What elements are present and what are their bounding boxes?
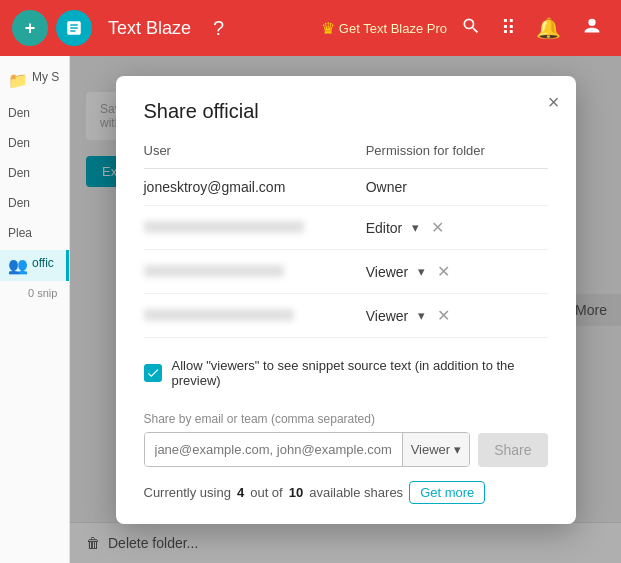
user-email-2 bbox=[144, 206, 366, 250]
allow-viewers-checkbox[interactable] bbox=[144, 364, 162, 382]
permission-cell-3: Viewer ▾ ✕ bbox=[366, 260, 548, 283]
user-email-3 bbox=[144, 250, 366, 294]
pro-banner[interactable]: ♛ Get Text Blaze Pro bbox=[321, 19, 447, 38]
user-email-4 bbox=[144, 294, 366, 338]
remove-user-4[interactable]: ✕ bbox=[435, 304, 452, 327]
sidebar-item-official[interactable]: 👥 offic bbox=[0, 250, 69, 281]
checkbox-label: Allow "viewers" to see snippet source te… bbox=[172, 358, 548, 388]
modal-overlay: Share official × User Permission for fol… bbox=[70, 56, 621, 563]
folder-icon: 📁 bbox=[8, 71, 28, 90]
add-button[interactable]: + bbox=[12, 10, 48, 46]
user-email-1: jonesktroy@gmail.com bbox=[144, 169, 366, 206]
table-row: Editor ▾ ✕ bbox=[144, 206, 548, 250]
share-input-section: Share by email or team (comma separated)… bbox=[144, 412, 548, 467]
remove-user-3[interactable]: ✕ bbox=[435, 260, 452, 283]
usage-row: Currently using 4 out of 10 available sh… bbox=[144, 481, 548, 504]
dropdown-chevron-icon: ▾ bbox=[454, 442, 461, 457]
permission-dropdown-4[interactable]: ▾ bbox=[414, 306, 429, 325]
share-email-input[interactable] bbox=[145, 433, 402, 466]
topbar: + Text Blaze ? ♛ Get Text Blaze Pro ⠿ 🔔 bbox=[0, 0, 621, 56]
share-input-label: Share by email or team (comma separated) bbox=[144, 412, 548, 426]
col-user: User bbox=[144, 143, 366, 169]
crown-icon: ♛ bbox=[321, 19, 335, 38]
col-permission: Permission for folder bbox=[366, 143, 548, 169]
sidebar-item-plea[interactable]: Plea bbox=[0, 220, 69, 246]
search-icon[interactable] bbox=[461, 16, 481, 41]
sidebar-item-den3[interactable]: Den bbox=[0, 160, 69, 186]
sidebar-item-mys[interactable]: 📁 My S bbox=[0, 64, 69, 96]
sidebar-item-den4[interactable]: Den bbox=[0, 190, 69, 216]
permission-select[interactable]: Viewer ▾ bbox=[402, 433, 470, 466]
dialog-title: Share official bbox=[144, 100, 548, 123]
notification-icon[interactable]: 🔔 bbox=[536, 16, 561, 40]
main-content: Save evewith the Explore More 🗑 Delete f… bbox=[70, 56, 621, 563]
sidebar: 📁 My S Den Den Den Den Plea 👥 offic 0 sn… bbox=[0, 56, 70, 563]
share-input-wrap: Viewer ▾ bbox=[144, 432, 471, 467]
permission-dropdown-2[interactable]: ▾ bbox=[408, 218, 423, 237]
blurred-email bbox=[144, 265, 284, 277]
usage-current: 4 bbox=[237, 485, 244, 500]
sidebar-item-den2[interactable]: Den bbox=[0, 130, 69, 156]
table-row: jonesktroy@gmail.com Owner bbox=[144, 169, 548, 206]
usage-total: 10 bbox=[289, 485, 303, 500]
close-button[interactable]: × bbox=[548, 92, 560, 112]
table-row: Viewer ▾ ✕ bbox=[144, 294, 548, 338]
checkbox-row: Allow "viewers" to see snippet source te… bbox=[144, 354, 548, 392]
sidebar-item-den1[interactable]: Den bbox=[0, 100, 69, 126]
permission-cell-1: Owner bbox=[366, 179, 548, 195]
snippets-count: 0 snip bbox=[0, 285, 69, 299]
permission-cell-2: Editor ▾ ✕ bbox=[366, 216, 548, 239]
table-row: Viewer ▾ ✕ bbox=[144, 250, 548, 294]
svg-point-0 bbox=[588, 18, 595, 25]
permission-cell-4: Viewer ▾ ✕ bbox=[366, 304, 548, 327]
grid-icon[interactable]: ⠿ bbox=[501, 16, 516, 40]
share-input-row: Viewer ▾ Share bbox=[144, 432, 548, 467]
remove-user-2[interactable]: ✕ bbox=[429, 216, 446, 239]
share-dialog: Share official × User Permission for fol… bbox=[116, 76, 576, 524]
usage-prefix: Currently using bbox=[144, 485, 231, 500]
blurred-email bbox=[144, 221, 304, 233]
usage-suffix: available shares bbox=[309, 485, 403, 500]
permission-dropdown-3[interactable]: ▾ bbox=[414, 262, 429, 281]
share-table: User Permission for folder jonesktroy@gm… bbox=[144, 143, 548, 338]
usage-separator: out of bbox=[250, 485, 283, 500]
account-icon[interactable] bbox=[581, 15, 603, 42]
share-button[interactable]: Share bbox=[478, 433, 547, 467]
help-icon[interactable]: ? bbox=[213, 17, 224, 40]
app-title: Text Blaze bbox=[108, 18, 191, 39]
blurred-email bbox=[144, 309, 294, 321]
people-icon: 👥 bbox=[8, 256, 28, 275]
layout: 📁 My S Den Den Den Den Plea 👥 offic 0 sn… bbox=[0, 56, 621, 563]
get-more-button[interactable]: Get more bbox=[409, 481, 485, 504]
new-button[interactable] bbox=[56, 10, 92, 46]
